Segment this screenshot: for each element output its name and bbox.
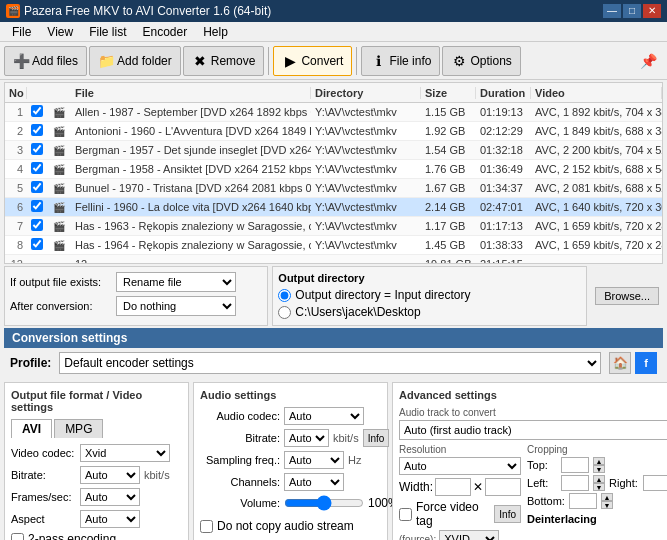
audio-bitrate-select[interactable]: Auto <box>284 429 329 447</box>
table-row[interactable]: 6 🎬 Fellini - 1960 - La dolce vita [DVD … <box>5 198 662 217</box>
crop-bottom-input[interactable]: 0 <box>569 493 597 509</box>
options-button[interactable]: ⚙ Options <box>442 46 520 76</box>
video-codec-select[interactable]: Xvid <box>80 444 170 462</box>
force-video-row: Force video tag Info <box>399 500 521 528</box>
row-file: Bergman - 1957 - Det sjunde inseglet [DV… <box>71 144 311 156</box>
row-duration: 01:32:18 <box>476 144 531 156</box>
minimize-button[interactable]: — <box>603 4 621 18</box>
remove-button[interactable]: ✖ Remove <box>183 46 265 76</box>
home-button[interactable]: 🏠 <box>609 352 631 374</box>
row-no: 8 <box>5 239 27 251</box>
aspect-select[interactable]: Auto <box>80 510 140 528</box>
add-folder-button[interactable]: 📁 Add folder <box>89 46 181 76</box>
crop-top-down[interactable]: ▼ <box>593 465 605 473</box>
crop-top-up[interactable]: ▲ <box>593 457 605 465</box>
height-input[interactable]: 240 <box>485 478 521 496</box>
radio-input-dir[interactable] <box>278 289 291 302</box>
force-video-select[interactable]: XVID <box>439 530 499 540</box>
row-video: AVC, 1 659 kbit/s, 720 x 288 AC-3, 448 <box>531 220 662 232</box>
output-exists-select[interactable]: Rename file <box>116 272 236 292</box>
video-bitrate-select[interactable]: Auto <box>80 466 140 484</box>
crop-bottom-down[interactable]: ▼ <box>601 501 613 509</box>
audio-codec-select[interactable]: Auto <box>284 407 364 425</box>
resolution-label: Resolution <box>399 444 521 455</box>
output-section: If output file exists: Rename file After… <box>4 266 663 326</box>
no-copy-audio-checkbox[interactable] <box>200 520 213 533</box>
radio-desktop[interactable] <box>278 306 291 319</box>
after-conversion-select[interactable]: Do nothing <box>116 296 236 316</box>
audio-track-select[interactable]: Auto (first audio track) <box>399 420 667 440</box>
sampling-select[interactable]: Auto <box>284 451 344 469</box>
crop-bottom-up[interactable]: ▲ <box>601 493 613 501</box>
table-row[interactable]: 3 🎬 Bergman - 1957 - Det sjunde inseglet… <box>5 141 662 160</box>
crop-top-input[interactable]: 0 <box>561 457 589 473</box>
menu-file-list[interactable]: File list <box>81 23 134 41</box>
row-dir: Y:\AV\vctest\mkv <box>311 201 421 213</box>
pin-button[interactable]: 📌 <box>634 50 663 72</box>
file-info-icon: ℹ <box>370 53 386 69</box>
audio-track-label: Audio track to convert <box>399 407 667 418</box>
crop-left-up[interactable]: ▲ <box>593 475 605 483</box>
add-files-button[interactable]: ➕ Add files <box>4 46 87 76</box>
row-check[interactable] <box>27 219 49 233</box>
crop-left-input[interactable]: 0 <box>561 475 589 491</box>
profile-row: Profile: Default encoder settings 🏠 f <box>10 352 657 374</box>
channels-label: Channels: <box>200 476 280 488</box>
row-size: 1.15 GB <box>421 106 476 118</box>
force-video-checkbox[interactable] <box>399 508 412 521</box>
table-row[interactable]: 8 🎬 Has - 1964 - Rękopis znaleziony w Sa… <box>5 236 662 255</box>
volume-slider[interactable] <box>284 495 364 511</box>
table-row[interactable]: 12 12 19.81 GB 21:15:15 <box>5 255 662 264</box>
audio-info-button[interactable]: Info <box>363 429 390 447</box>
output-left: If output file exists: Rename file After… <box>4 266 268 326</box>
row-dir: Y:\AV\vctest\mkv <box>311 220 421 232</box>
row-check[interactable] <box>27 143 49 157</box>
close-button[interactable]: ✕ <box>643 4 661 18</box>
audio-bitrate-unit: kbit/s <box>333 432 359 444</box>
menu-view[interactable]: View <box>39 23 81 41</box>
crop-left-row: Left: 0 ▲▼ <box>527 475 605 491</box>
table-row[interactable]: 2 🎬 Antonioni - 1960 - L'Avventura [DVD … <box>5 122 662 141</box>
row-check[interactable] <box>27 162 49 176</box>
table-row[interactable]: 1 🎬 Allen - 1987 - September [DVD x264 1… <box>5 103 662 122</box>
table-row[interactable]: 5 🎬 Bunuel - 1970 - Tristana [DVD x264 2… <box>5 179 662 198</box>
channels-select[interactable]: Auto <box>284 473 344 491</box>
menu-help[interactable]: Help <box>195 23 236 41</box>
x-separator: ✕ <box>473 480 483 494</box>
row-no: 1 <box>5 106 27 118</box>
row-check[interactable] <box>27 200 49 214</box>
tab-avi[interactable]: AVI <box>11 419 52 438</box>
row-check[interactable] <box>27 105 49 119</box>
browse-button[interactable]: Browse... <box>595 287 659 305</box>
resolution-select[interactable]: Auto <box>399 457 521 475</box>
table-body[interactable]: 1 🎬 Allen - 1987 - September [DVD x264 1… <box>5 103 662 264</box>
output-dir-title: Output directory <box>278 272 581 284</box>
row-dir: Y:\AV\vctest\mkv <box>311 163 421 175</box>
crop-left-down[interactable]: ▼ <box>593 483 605 491</box>
menu-encoder[interactable]: Encoder <box>134 23 195 41</box>
advanced-title: Advanced settings <box>399 389 667 401</box>
row-no: 4 <box>5 163 27 175</box>
table-row[interactable]: 7 🎬 Has - 1963 - Rękopis znaleziony w Sa… <box>5 217 662 236</box>
tab-mpg[interactable]: MPG <box>54 419 103 438</box>
row-no: 2 <box>5 125 27 137</box>
maximize-button[interactable]: □ <box>623 4 641 18</box>
row-file: Allen - 1987 - September [DVD x264 1892 … <box>71 106 311 118</box>
advanced-settings-box: Advanced settings Audio track to convert… <box>392 382 667 540</box>
table-row[interactable]: 4 🎬 Bergman - 1958 - Ansiktet [DVD x264 … <box>5 160 662 179</box>
profile-select[interactable]: Default encoder settings <box>59 352 601 374</box>
row-check[interactable] <box>27 181 49 195</box>
frames-select[interactable]: Auto <box>80 488 140 506</box>
row-check[interactable] <box>27 238 49 252</box>
menu-file[interactable]: File <box>4 23 39 41</box>
convert-button[interactable]: ▶ Convert <box>273 46 352 76</box>
row-check[interactable] <box>27 124 49 138</box>
force-video-info-button[interactable]: Info <box>494 505 521 523</box>
two-pass-checkbox[interactable] <box>11 533 24 541</box>
toolbar: ➕ Add files 📁 Add folder ✖ Remove ▶ Conv… <box>0 42 667 80</box>
audio-settings-title: Audio settings <box>200 389 381 401</box>
facebook-button[interactable]: f <box>635 352 657 374</box>
file-info-button[interactable]: ℹ File info <box>361 46 440 76</box>
crop-right-input[interactable]: 0 <box>643 475 667 491</box>
width-input[interactable]: 320 <box>435 478 471 496</box>
